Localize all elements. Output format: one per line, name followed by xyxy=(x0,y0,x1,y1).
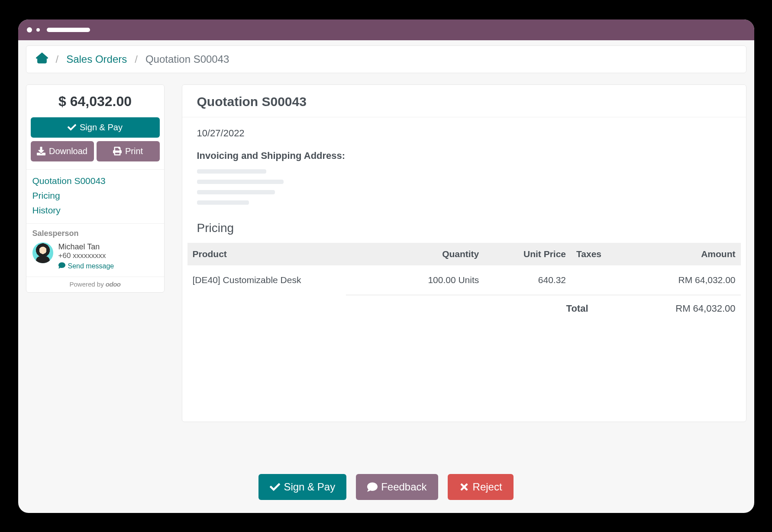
sidebar-link-pricing[interactable]: Pricing xyxy=(32,190,158,201)
cell-quantity: 100.00 Units xyxy=(383,265,484,295)
download-icon xyxy=(37,147,45,155)
button-label: Feedback xyxy=(381,481,426,493)
home-icon xyxy=(36,52,48,67)
cell-taxes xyxy=(571,265,630,295)
quotation-title: Quotation S00043 xyxy=(182,85,746,117)
send-message-label: Send message xyxy=(68,262,114,270)
salesperson-name: Michael Tan xyxy=(58,242,114,251)
button-label: Print xyxy=(125,146,143,156)
cell-product: [DE40] Customizable Desk xyxy=(187,265,383,295)
footer-actions: Sign & Pay Feedback Reject xyxy=(18,474,754,500)
sidebar-link-history[interactable]: History xyxy=(32,205,158,216)
window-titlebar xyxy=(18,19,754,40)
col-product: Product xyxy=(187,243,383,265)
salesperson-avatar xyxy=(32,242,53,263)
sidebar: $ 64,032.00 Sign & Pay Download xyxy=(26,84,165,293)
print-icon xyxy=(113,147,122,155)
salesperson-phone: +60 xxxxxxxxx xyxy=(58,251,114,260)
chat-icon xyxy=(58,262,65,271)
breadcrumb-separator: / xyxy=(135,53,138,65)
address-placeholder-line xyxy=(197,190,275,194)
window-dot-icon xyxy=(36,28,40,32)
breadcrumb-current: Quotation S00043 xyxy=(145,53,229,65)
table-header-row: Product Quantity Unit Price Taxes Amount xyxy=(187,243,741,265)
cell-amount: RM 64,032.00 xyxy=(630,265,741,295)
check-icon xyxy=(68,123,76,132)
breadcrumb-separator: / xyxy=(56,53,59,65)
app-window: / Sales Orders / Quotation S00043 $ 64,0… xyxy=(18,19,754,513)
sidebar-total-amount: $ 64,032.00 xyxy=(26,85,164,117)
address-placeholder-line xyxy=(197,200,249,205)
download-button[interactable]: Download xyxy=(31,141,94,161)
button-label: Sign & Pay xyxy=(284,481,335,493)
quotation-date: 10/27/2022 xyxy=(197,128,731,139)
col-amount: Amount xyxy=(630,243,741,265)
breadcrumb: / Sales Orders / Quotation S00043 xyxy=(26,45,746,73)
odoo-logo: odoo xyxy=(106,281,121,288)
salesperson-section: Salesperson Michael Tan +60 xxxxxxxxx Se… xyxy=(26,223,164,277)
page-content: / Sales Orders / Quotation S00043 $ 64,0… xyxy=(18,40,754,513)
footer-sign-pay-button[interactable]: Sign & Pay xyxy=(258,474,346,500)
salesperson-label: Salesperson xyxy=(32,229,158,238)
footer-feedback-button[interactable]: Feedback xyxy=(356,474,438,500)
address-label: Invoicing and Shipping Address: xyxy=(197,150,731,161)
button-label: Sign & Pay xyxy=(80,123,123,132)
button-label: Reject xyxy=(473,481,502,493)
check-icon xyxy=(270,482,280,492)
button-label: Download xyxy=(49,146,87,156)
page-body: $ 64,032.00 Sign & Pay Download xyxy=(26,84,746,513)
window-url-bar-placeholder xyxy=(47,28,90,32)
col-unit-price: Unit Price xyxy=(484,243,571,265)
table-row: [DE40] Customizable Desk 100.00 Units 64… xyxy=(187,265,741,295)
print-button[interactable]: Print xyxy=(97,141,160,161)
totals-row: Total RM 64,032.00 xyxy=(346,295,741,314)
col-quantity: Quantity xyxy=(383,243,484,265)
address-placeholder-line xyxy=(197,180,284,184)
cell-unit-price: 640.32 xyxy=(484,265,571,295)
powered-by-label: Powered by xyxy=(69,281,103,288)
total-label: Total xyxy=(566,303,588,314)
powered-by: Powered by odoo xyxy=(26,277,164,292)
sidebar-nav-links: Quotation S00043 Pricing History xyxy=(26,169,164,223)
window-dot-icon xyxy=(27,27,32,32)
pricing-heading: Pricing xyxy=(182,211,746,239)
footer-reject-button[interactable]: Reject xyxy=(448,474,514,500)
breadcrumb-home-link[interactable] xyxy=(36,52,48,67)
col-taxes: Taxes xyxy=(571,243,630,265)
send-message-link[interactable]: Send message xyxy=(58,262,114,271)
sidebar-link-quotation[interactable]: Quotation S00043 xyxy=(32,176,158,186)
address-placeholder-line xyxy=(197,169,266,174)
chat-icon xyxy=(367,482,378,492)
total-value: RM 64,032.00 xyxy=(662,303,736,314)
pricing-table: Product Quantity Unit Price Taxes Amount… xyxy=(187,243,741,295)
close-icon xyxy=(459,482,469,492)
breadcrumb-sales-orders-link[interactable]: Sales Orders xyxy=(66,53,127,65)
main-panel: Quotation S00043 10/27/2022 Invoicing an… xyxy=(182,84,746,422)
sign-pay-button[interactable]: Sign & Pay xyxy=(31,117,160,138)
